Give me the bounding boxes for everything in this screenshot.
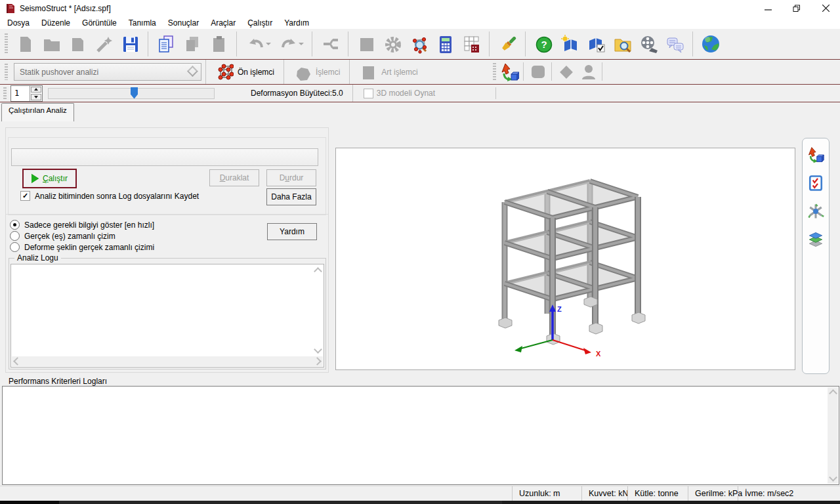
minimize-button[interactable] <box>753 0 782 16</box>
close-file-button[interactable] <box>66 33 89 55</box>
redo-button[interactable] <box>276 33 305 55</box>
scroll-down-icon[interactable] <box>829 473 837 482</box>
viewport-side-toolbar <box>802 138 830 374</box>
building-modeller-button[interactable] <box>460 33 482 55</box>
processor-toolbar: Statik pushover analizi Ön işlemci İşlem… <box>0 60 840 85</box>
step-spinner[interactable]: 1 <box>10 85 43 102</box>
wizard-button[interactable] <box>93 33 115 55</box>
calculator-button[interactable] <box>434 33 456 55</box>
save-logs-checkbox[interactable]: ✓ <box>20 191 30 201</box>
separator <box>352 85 353 102</box>
close-icon <box>822 5 830 12</box>
menu-calistir[interactable]: Çalıştır <box>242 17 278 29</box>
menu-tanimla[interactable]: Tanımla <box>123 17 162 29</box>
website-button[interactable] <box>700 33 722 55</box>
play-3d-checkbox[interactable] <box>364 89 373 98</box>
settings-button[interactable] <box>381 33 404 55</box>
processor-label: İşlemci <box>316 68 340 77</box>
tutorial-button[interactable] <box>558 33 581 55</box>
model-inspect-button[interactable] <box>408 33 430 55</box>
post-processor-button[interactable]: Art işlemci <box>354 61 423 83</box>
pre-processor-button[interactable]: Ön işlemci <box>210 61 280 83</box>
stop-button[interactable]: Durdur <box>266 169 316 186</box>
menu-dosya[interactable]: Dosya <box>1 17 35 29</box>
verification-button[interactable] <box>585 33 607 55</box>
toolbar-grip <box>5 64 8 81</box>
rounded-square-icon <box>528 62 547 81</box>
menu-yardim[interactable]: Yardım <box>278 17 315 29</box>
help-button[interactable]: ? <box>532 33 555 55</box>
stop-tool-button[interactable] <box>355 33 377 55</box>
radio-unselected[interactable] <box>10 231 20 241</box>
scroll-up-icon[interactable] <box>314 267 322 276</box>
examples-button[interactable] <box>611 33 633 55</box>
down-arrow-icon <box>34 96 38 98</box>
play-3d-label: 3D modeli Oynat <box>377 89 435 98</box>
radio-selected[interactable] <box>10 220 20 230</box>
layers-button[interactable] <box>806 230 826 249</box>
view-tool-2-button[interactable] <box>555 60 577 83</box>
display-option-row: Sadece gerekli bilgiyi göster [en hızlı] <box>10 220 154 230</box>
open-file-button[interactable] <box>40 33 62 55</box>
scroll-right-icon[interactable] <box>313 357 322 366</box>
horizontal-scrollbar[interactable] <box>12 356 323 366</box>
menu-duzenle[interactable]: Düzenle <box>35 17 76 29</box>
save-button[interactable] <box>119 33 141 55</box>
scroll-down-icon[interactable] <box>314 345 322 354</box>
spinner-down-button[interactable] <box>31 94 41 100</box>
scroll-left-icon[interactable] <box>13 357 22 366</box>
menu-sonuclar[interactable]: Sonuçlar <box>162 17 205 29</box>
tab-label: Çalıştırılan Analiz <box>9 106 67 114</box>
status-mass-unit: Kütle: tonne <box>627 486 688 501</box>
separator <box>284 60 284 84</box>
structure-3d-model: Z X <box>336 148 795 369</box>
analysis-log-group: Analiz Logu <box>9 258 326 369</box>
status-bar: Uzunluk: m Kuvvet: kN Kütle: tonne Geril… <box>0 486 840 501</box>
axes-settings-button[interactable] <box>806 201 826 221</box>
view-tool-1-button[interactable] <box>526 60 549 83</box>
slider-thumb[interactable] <box>131 87 138 99</box>
forum-button[interactable] <box>663 33 686 55</box>
run-button[interactable]: Çalıştır <box>22 169 77 188</box>
vertical-scrollbar[interactable] <box>828 387 838 484</box>
help-button-panel[interactable]: Yardım <box>267 223 317 240</box>
copy-special-button[interactable] <box>155 33 177 55</box>
layers-icon <box>807 230 825 249</box>
pause-button[interactable]: Duraklat <box>209 169 259 186</box>
more-button[interactable]: Daha Fazla <box>266 188 316 205</box>
scroll-up-icon[interactable] <box>829 389 837 398</box>
help-icon: ? <box>534 34 553 54</box>
radio-unselected[interactable] <box>10 242 20 252</box>
analysis-type-dropdown[interactable]: Statik pushover analizi <box>14 63 201 81</box>
performance-log-textarea[interactable] <box>2 386 839 485</box>
menu-araclar[interactable]: Araçlar <box>205 17 242 29</box>
analysis-log-textarea[interactable] <box>10 264 324 368</box>
videos-button[interactable] <box>637 33 660 55</box>
display-options-button[interactable] <box>496 33 518 55</box>
new-file-button[interactable] <box>14 33 36 55</box>
tab-calistirilan-analiz[interactable]: Çalıştırılan Analiz <box>1 103 74 121</box>
undo-dropdown-icon <box>266 43 271 45</box>
paste-icon <box>209 34 228 54</box>
gear-icon <box>383 34 402 54</box>
deformed-shape-viewer-button[interactable] <box>806 145 826 165</box>
deformed-shape-button[interactable] <box>498 60 520 83</box>
diamond-icon <box>556 62 576 81</box>
undo-button[interactable] <box>243 33 272 55</box>
paste-button[interactable] <box>207 33 230 55</box>
performance-criteria-button[interactable] <box>806 173 826 193</box>
deformation-slider[interactable] <box>48 88 215 99</box>
processor-button[interactable]: İşlemci <box>288 61 345 83</box>
close-button[interactable] <box>811 0 840 16</box>
subdivide-button[interactable] <box>319 33 341 55</box>
view-tool-3-button[interactable] <box>577 60 599 83</box>
menu-goruntule[interactable]: Görüntüle <box>76 17 123 29</box>
chevron-down-icon <box>187 66 198 77</box>
checklist-icon <box>807 174 825 192</box>
toolbar-grip <box>5 33 8 54</box>
copy-button[interactable] <box>181 33 203 55</box>
separator <box>523 62 524 81</box>
model-viewport[interactable]: Z X <box>335 148 795 370</box>
restore-button[interactable] <box>782 0 811 16</box>
spinner-up-button[interactable] <box>31 87 41 93</box>
